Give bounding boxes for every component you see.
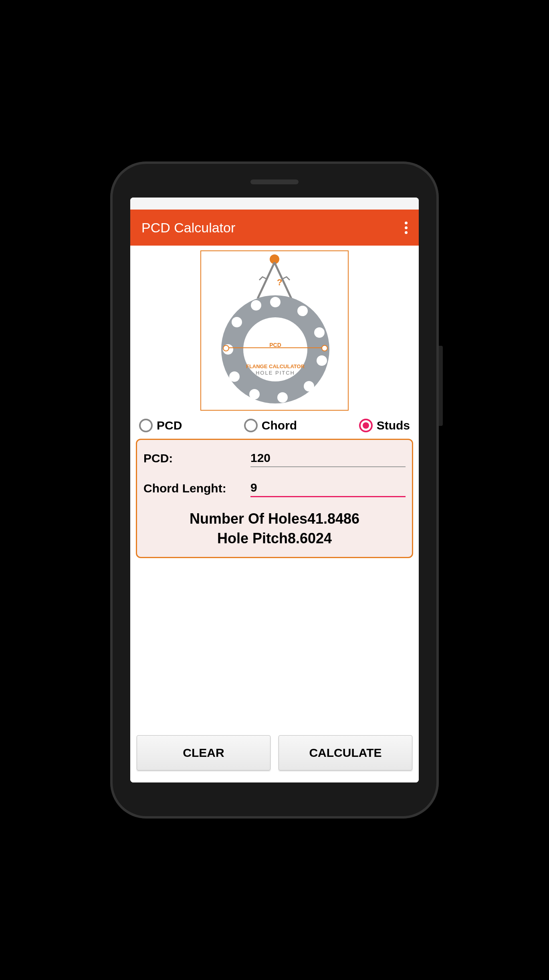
- pcd-input[interactable]: [250, 450, 406, 467]
- pcd-diagram-label: PCD: [221, 342, 329, 348]
- question-mark: ?: [277, 277, 282, 288]
- clear-button[interactable]: CLEAR: [137, 735, 270, 770]
- holes-label: Number Of Holes: [190, 510, 307, 527]
- content-area: ? PCD FLANGE CALCULATOR: [130, 246, 419, 782]
- radio-icon: [139, 419, 153, 432]
- phone-side-button: [439, 346, 443, 426]
- radio-chord[interactable]: Chord: [244, 419, 297, 432]
- svg-line-1: [258, 262, 274, 298]
- pcd-input-row: PCD:: [143, 450, 406, 467]
- pcd-input-label: PCD:: [143, 452, 250, 465]
- app-title: PCD Calculator: [141, 220, 235, 236]
- app-bar: PCD Calculator: [130, 210, 419, 246]
- action-button-row: CLEAR CALCULATE: [135, 735, 414, 778]
- radio-label: Studs: [377, 419, 410, 432]
- radio-label: Chord: [262, 419, 297, 432]
- radio-icon: [359, 419, 373, 432]
- radio-studs[interactable]: Studs: [359, 419, 410, 432]
- diagram-title-1: FLANGE CALCULATOR: [221, 363, 329, 369]
- input-result-panel: PCD: Chord Lenght: Number Of Holes41.848…: [136, 439, 413, 558]
- pitch-label: Hole Pitch: [217, 530, 288, 546]
- holes-value: 41.8486: [307, 510, 359, 527]
- screen: PCD Calculator ?: [130, 198, 419, 782]
- compass-icon: [246, 254, 303, 302]
- chord-input-label: Chord Lenght:: [143, 482, 250, 495]
- status-bar: [130, 198, 419, 210]
- calculate-button[interactable]: CALCULATE: [279, 735, 412, 770]
- pitch-value: 8.6024: [288, 530, 332, 546]
- radio-icon: [244, 419, 258, 432]
- chord-input[interactable]: [250, 479, 406, 497]
- radio-label: PCD: [157, 419, 182, 432]
- radio-pcd[interactable]: PCD: [139, 419, 182, 432]
- phone-frame: PCD Calculator ?: [110, 161, 439, 819]
- mode-radio-group: PCD Chord Studs: [135, 416, 414, 439]
- flange-ring: PCD FLANGE CALCULATOR HOLE PITCH: [221, 295, 329, 403]
- overflow-menu-icon[interactable]: [405, 222, 408, 234]
- flange-diagram: ? PCD FLANGE CALCULATOR: [200, 250, 349, 411]
- diagram-title-2: HOLE PITCH: [221, 370, 329, 376]
- result-text: Number Of Holes41.8486 Hole Pitch8.6024: [143, 509, 406, 548]
- chord-input-row: Chord Lenght:: [143, 479, 406, 497]
